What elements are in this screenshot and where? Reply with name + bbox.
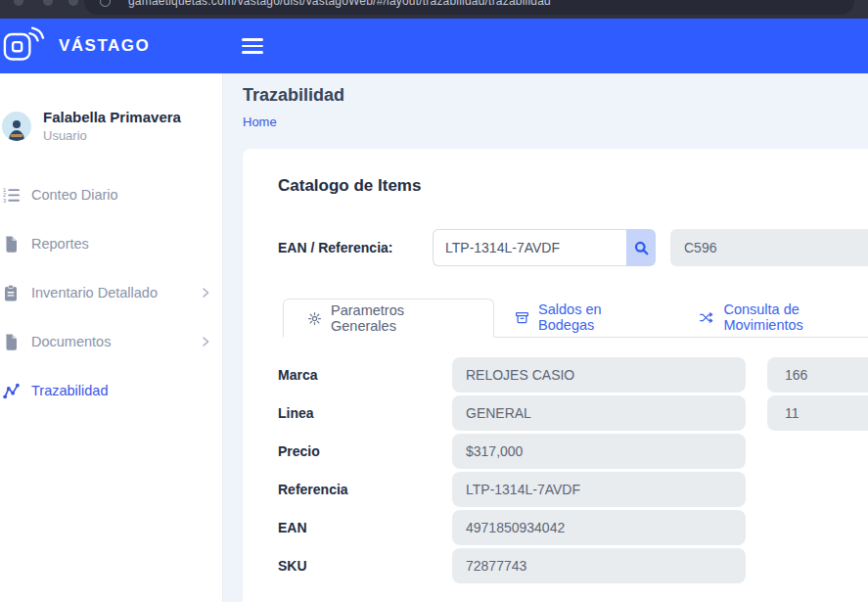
archive-icon <box>515 310 529 325</box>
field-label: Referencia <box>278 482 452 497</box>
chevron-right-icon <box>201 337 210 347</box>
browser-toolbar-icon[interactable] <box>69 0 78 6</box>
item-detail-fields: Marca RELOJES CASIO 166 Linea GENERAL 11… <box>278 357 868 583</box>
sidebar-item-inventario-detallado[interactable]: Inventario Detallado <box>0 268 222 317</box>
tab-saldos-en-bodegas[interactable]: Saldos en Bodegas <box>494 298 678 337</box>
search-button[interactable] <box>626 229 656 266</box>
field-label: Marca <box>278 367 452 383</box>
marca-code-field: 166 <box>767 357 868 393</box>
sidebar-item-documentos[interactable]: Documentos <box>0 317 222 366</box>
search-icon <box>634 241 649 255</box>
field-label: SKU <box>278 558 452 574</box>
field-label: Precio <box>278 443 452 459</box>
search-row: EAN / Referencia: C596 <box>278 229 868 266</box>
sidebar-item-label: Conteo Diario <box>31 187 118 203</box>
address-bar[interactable]: gamaetiquetas.com/vastago/dist/vastagoWe… <box>84 0 854 15</box>
field-label: Linea <box>278 405 452 421</box>
gear-icon <box>307 311 322 326</box>
hamburger-menu-icon[interactable] <box>242 34 263 58</box>
field-row-referencia: Referencia LTP-1314L-7AVDF <box>278 472 868 507</box>
rfid-tag-logo-icon <box>2 24 45 68</box>
card-title: Catalogo de Items <box>278 176 868 196</box>
url-text[interactable]: gamaetiquetas.com/vastago/dist/vastagoWe… <box>128 0 551 8</box>
field-row-precio: Precio $317,000 <box>278 434 868 469</box>
sidebar-item-label: Documentos <box>31 334 111 349</box>
sku-value-field: 72877743 <box>452 548 746 583</box>
linea-code-field: 11 <box>767 395 868 431</box>
sidebar-menu: 1 2 3 Conteo Diario Reportes <box>0 170 222 415</box>
ordered-list-icon: 1 2 3 <box>2 186 20 204</box>
catalog-card: Catalogo de Items EAN / Referencia: <box>243 149 868 602</box>
tab-bar: Parametros Generales Saldos en Bodegas <box>283 299 868 338</box>
browser-chrome: gamaetiquetas.com/vastago/dist/vastagoWe… <box>0 0 868 19</box>
file-icon <box>2 235 20 253</box>
precio-value-field: $317,000 <box>452 434 746 469</box>
user-profile: Falabella Primavera Usuario <box>2 109 222 143</box>
tab-label: Consulta de Movimientos <box>723 301 868 333</box>
sidebar-item-label: Trazabilidad <box>31 383 108 398</box>
ean-referencia-label: EAN / Referencia: <box>278 240 433 255</box>
brand-zone: VÁSTAGO <box>0 24 223 68</box>
tab-consulta-de-movimientos[interactable]: Consulta de Movimientos <box>678 298 868 337</box>
sidebar-item-label: Reportes <box>31 236 89 252</box>
svg-text:3: 3 <box>3 197 6 203</box>
site-info-icon[interactable] <box>100 0 111 7</box>
main-content: Trazabilidad Home Catalogo de Items EAN … <box>223 73 868 602</box>
sidebar-item-label: Inventario Detallado <box>31 285 158 301</box>
file-icon <box>2 333 20 350</box>
clipboard-icon <box>2 284 20 301</box>
user-avatar <box>2 112 31 141</box>
field-row-linea: Linea GENERAL 11 <box>278 395 868 431</box>
chevron-right-icon <box>201 288 210 298</box>
field-row-sku: SKU 72877743 <box>278 548 868 583</box>
tab-label: Parametros Generales <box>331 302 470 334</box>
page-title: Trazabilidad <box>243 85 868 106</box>
sidebar-item-conteo-diario[interactable]: 1 2 3 Conteo Diario <box>0 170 222 219</box>
breadcrumb-home-link[interactable]: Home <box>243 115 277 129</box>
sidebar-item-trazabilidad[interactable]: Trazabilidad <box>0 366 222 415</box>
user-role: Usuario <box>43 128 181 143</box>
shuffle-icon <box>699 310 714 325</box>
brand-name: VÁSTAGO <box>59 36 150 56</box>
user-name: Falabella Primavera <box>43 109 181 125</box>
sidebar-item-reportes[interactable]: Reportes <box>0 219 222 268</box>
tab-label: Saldos en Bodegas <box>538 301 658 333</box>
tab-parametros-generales[interactable]: Parametros Generales <box>283 299 494 338</box>
app-header: VÁSTAGO <box>0 19 868 73</box>
field-row-ean: EAN 4971850934042 <box>278 510 868 545</box>
field-row-marca: Marca RELOJES CASIO 166 <box>278 357 868 393</box>
linea-value-field: GENERAL <box>452 395 746 431</box>
field-label: EAN <box>278 520 452 535</box>
route-icon <box>2 382 20 399</box>
ean-referencia-input[interactable] <box>433 229 626 266</box>
sidebar: Falabella Primavera Usuario 1 2 3 Conteo… <box>0 73 223 602</box>
browser-toolbar-icon[interactable] <box>14 0 23 6</box>
referencia-value-field: LTP-1314L-7AVDF <box>452 472 746 507</box>
item-code-field: C596 <box>670 229 868 266</box>
ean-value-field: 4971850934042 <box>452 510 746 545</box>
marca-value-field: RELOJES CASIO <box>452 357 746 393</box>
browser-toolbar-icon[interactable] <box>43 0 53 6</box>
